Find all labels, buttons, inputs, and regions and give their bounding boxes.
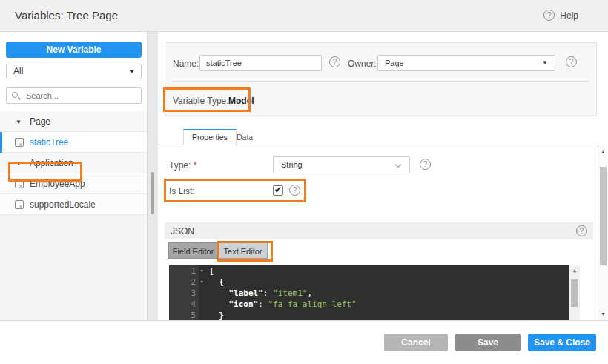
owner-value: Page (385, 59, 404, 67)
name-input[interactable] (199, 55, 322, 71)
tab-properties[interactable]: Properties (183, 129, 237, 145)
owner-help-icon[interactable]: ? (566, 56, 577, 67)
fold-caret-icon[interactable]: ▾ (200, 277, 204, 288)
tree-item-employeeapp[interactable]: x EmployeeApp (0, 173, 147, 194)
dialog-header: Variables: Tree Page ? Help (0, 0, 608, 32)
search-input[interactable] (26, 88, 137, 103)
variable-form-panel: Name: * ? Owner: * Page ▼ ? Variable Typ… (165, 42, 597, 116)
dialog-footer: Cancel Save Save & Close (0, 321, 608, 364)
json-code-editor[interactable]: 1▾ 2▾ 3 4 5 [ { "label": "item1", "icon"… (169, 265, 580, 321)
save-button[interactable]: Save (455, 334, 521, 351)
type-select[interactable]: String (273, 156, 410, 173)
required-asterisk: * (194, 160, 197, 171)
name-help-icon[interactable]: ? (329, 56, 340, 67)
help-label: Help (560, 10, 578, 21)
scroll-up-icon[interactable]: ▲ (569, 268, 580, 274)
editor-scrollbar-thumb[interactable] (571, 279, 578, 307)
json-help-icon[interactable]: ? (576, 225, 587, 236)
variable-icon: x (15, 200, 24, 209)
type-label: Type: * (169, 160, 196, 171)
variable-icon: x (15, 138, 24, 147)
tree-item-label: staticTree (30, 137, 68, 148)
tree-item-label: EmployeeApp (30, 179, 85, 189)
search-box (6, 87, 142, 104)
is-list-checkbox[interactable]: ✔ (273, 185, 283, 196)
fold-caret-icon[interactable]: ▾ (200, 265, 204, 277)
sidebar-scrollbar[interactable] (151, 172, 154, 214)
detail-tabs: Properties Data (158, 129, 598, 145)
tree-item-supportedlocale[interactable]: x supportedLocale (0, 194, 147, 215)
tree-group-page[interactable]: ▼ Page (0, 111, 147, 132)
selected-indicator (0, 132, 2, 153)
variables-sidebar: New Variable All ▼ ▼ Page x staticTree ▼… (0, 32, 148, 321)
cancel-button[interactable]: Cancel (384, 334, 448, 351)
variable-type-label: Variable Type: (173, 96, 229, 106)
editor-scrollbar[interactable]: ▲ (569, 265, 580, 321)
tree-item-statictree[interactable]: x staticTree (0, 132, 147, 153)
filter-value: All (13, 66, 23, 76)
properties-content: Type: * String ? Is List: ✔ ? JSON ? Fie… (158, 145, 598, 321)
field-editor-button[interactable]: Field Editor (168, 242, 218, 259)
variable-type-value: Model (228, 96, 254, 106)
scroll-down-icon[interactable]: ▼ (598, 311, 608, 317)
scroll-up-icon[interactable]: ▲ (598, 149, 608, 154)
properties-scrollbar-thumb[interactable] (600, 167, 607, 265)
chevron-down-icon (395, 162, 401, 168)
help-icon: ? (543, 10, 555, 21)
editor-code-area[interactable]: [ { "label": "item1", "icon": "fa fa-ali… (199, 265, 569, 321)
caret-down-icon: ▼ (542, 56, 548, 70)
type-value: String (281, 160, 303, 169)
tree-item-label: supportedLocale (30, 199, 96, 210)
is-list-help-icon[interactable]: ? (289, 185, 300, 196)
text-editor-button[interactable]: Text Editor (218, 242, 268, 259)
caret-down-icon: ▼ (129, 64, 135, 79)
editor-gutter: 1▾ 2▾ 3 4 5 (169, 265, 199, 321)
check-icon: ✔ (274, 185, 282, 195)
search-icon (12, 92, 18, 98)
properties-scrollbar[interactable]: ▲ ▼ (598, 145, 608, 321)
tree-group-label: Page (30, 116, 50, 127)
tree-group-application[interactable]: ▼ Application (0, 153, 147, 173)
variable-icon: x (15, 179, 24, 188)
collapse-caret-icon: ▼ (16, 119, 22, 125)
form-divider (173, 81, 589, 82)
type-help-icon[interactable]: ? (420, 159, 431, 170)
is-list-label: Is List: (169, 186, 195, 196)
new-variable-button[interactable]: New Variable (6, 42, 142, 58)
variable-filter-select[interactable]: All ▼ (6, 64, 142, 79)
tree-group-label: Application (30, 158, 73, 168)
json-title: JSON (171, 226, 194, 236)
help-link[interactable]: ? Help (543, 10, 578, 21)
owner-select[interactable]: Page ▼ (377, 55, 555, 71)
collapse-caret-icon: ▼ (16, 160, 22, 167)
page-title: Variables: Tree Page (15, 9, 118, 21)
json-section-header: JSON ? (165, 222, 593, 239)
save-and-close-button[interactable]: Save & Close (528, 334, 596, 351)
